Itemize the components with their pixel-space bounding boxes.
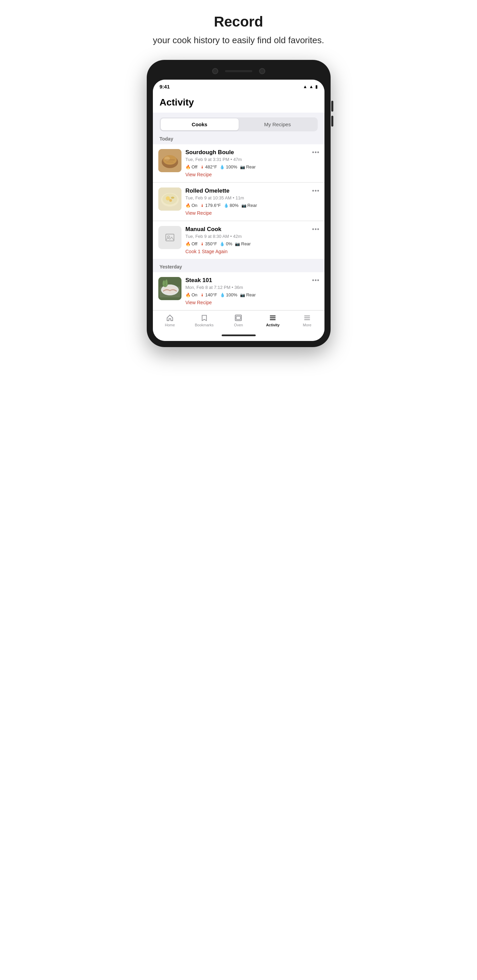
nav-item-more[interactable]: More [297,314,317,327]
front-camera-right [259,68,265,74]
stat-steam-manual: 💧 0% [220,241,232,247]
tab-switcher[interactable]: Cooks My Recipes [160,118,317,131]
more-btn-manual[interactable]: ••• [312,226,320,233]
app-header: Activity [153,92,324,113]
cook-details-manual: Manual Cook Tue, Feb 9 at 8:30 AM • 42m … [185,226,319,254]
battery-icon: ▮ [315,84,317,89]
temp-icon-sourdough: 🌡 [200,165,204,169]
home-indicator-bar [222,334,256,336]
cook-datetime-omelette: Tue, Feb 9 at 10:35 AM • 11m [185,195,319,200]
app-title: Activity [160,97,317,108]
cook-item-manual: Manual Cook Tue, Feb 9 at 8:30 AM • 42m … [153,221,324,259]
nav-item-bookmarks[interactable]: Bookmarks [194,314,214,327]
stat-flame-omelette: 🔥 On [185,203,198,208]
cook-details-steak: Steak 101 Mon, Feb 8 at 7:12 PM • 36m 🔥 … [185,277,319,305]
volume-buttons [331,101,333,127]
cook-action-sourdough[interactable]: View Recipe [185,172,319,177]
steam-icon-omelette: 💧 [224,203,229,208]
steam-icon-steak: 💧 [220,293,225,298]
svg-rect-22 [236,317,241,320]
stat-flame-sourdough: 🔥 Off [185,164,198,169]
stat-temp-omelette: 🌡 179.6°F [200,203,221,208]
svg-point-19 [163,280,165,286]
stat-temp-manual: 🌡 350°F [200,241,217,247]
phone-top-bar [153,66,324,76]
cook-name-sourdough: Sourdough Boule [185,149,319,156]
cook-action-manual[interactable]: Cook 1 Stage Again [185,249,319,254]
more-icon [303,314,311,321]
cook-item-steak: Steak 101 Mon, Feb 8 at 7:12 PM • 36m 🔥 … [153,272,324,310]
stat-flame-steak: 🔥 On [185,292,198,298]
cook-name-manual: Manual Cook [185,226,319,233]
cook-stats-omelette: 🔥 On 🌡 179.6°F 💧 80% 📷 Rear [185,203,319,208]
more-btn-sourdough[interactable]: ••• [312,149,320,156]
stat-camera-sourdough: 📷 Rear [240,164,256,169]
svg-point-9 [166,196,170,200]
cook-stats-sourdough: 🔥 Off 🌡 482°F 💧 100% 📷 Rear [185,164,319,169]
cook-item-omelette: Rolled Omelette Tue, Feb 9 at 10:35 AM •… [153,183,324,221]
oven-icon [235,314,242,321]
home-icon [166,314,174,321]
nav-item-oven[interactable]: Oven [228,314,249,327]
temp-icon-omelette: 🌡 [200,203,204,208]
cook-details-omelette: Rolled Omelette Tue, Feb 9 at 10:35 AM •… [185,188,319,216]
nav-label-more: More [303,323,311,327]
svg-point-8 [163,194,177,205]
wifi-icon: ▲ [303,84,308,89]
flame-icon-sourdough: 🔥 [185,165,191,169]
cook-thumb-sourdough [158,149,182,172]
camera-icon-omelette: 📷 [241,203,247,208]
cook-action-omelette[interactable]: View Recipe [185,210,319,216]
nav-item-home[interactable]: Home [160,314,180,327]
cook-stats-steak: 🔥 On 🌡 140°F 💧 100% 📷 Rear [185,292,319,298]
svg-point-20 [166,279,168,285]
cook-datetime-steak: Mon, Feb 8 at 7:12 PM • 36m [185,285,319,290]
flame-icon-steak: 🔥 [185,293,191,298]
flame-icon-manual: 🔥 [185,242,191,247]
nav-label-home: Home [165,323,175,327]
bottom-nav: Home Bookmarks Oven [153,310,324,330]
home-indicator-area [153,330,324,341]
flame-icon-omelette: 🔥 [185,203,191,208]
stat-steam-steak: 💧 100% [220,292,237,298]
stat-camera-manual: 📷 Rear [235,241,250,247]
status-time: 9:41 [160,84,170,89]
stat-steam-sourdough: 💧 100% [220,164,237,169]
nav-item-activity[interactable]: Activity [263,314,283,327]
phone-frame: 9:41 ▲ ▲ ▮ Activity Cooks My Recipes Tod… [147,60,330,347]
temp-icon-manual: 🌡 [200,242,204,247]
cook-datetime-manual: Tue, Feb 9 at 8:30 AM • 42m [185,234,319,239]
stat-camera-omelette: 📷 Rear [241,203,257,208]
stat-steam-omelette: 💧 80% [224,203,239,208]
activity-icon [269,314,276,321]
cook-datetime-sourdough: Tue, Feb 9 at 3:31 PM • 47m [185,157,319,162]
camera-icon-manual: 📷 [235,242,240,247]
section-header-today: Today [153,131,324,144]
cook-name-steak: Steak 101 [185,277,319,284]
svg-point-10 [169,199,172,202]
svg-rect-12 [166,234,174,241]
steam-icon-manual: 💧 [220,242,225,247]
camera-icon-sourdough: 📷 [240,165,245,169]
tab-cooks[interactable]: Cooks [161,118,239,130]
cook-action-steak[interactable]: View Recipe [185,300,319,305]
cook-thumb-manual [158,226,182,249]
stat-flame-manual: 🔥 Off [185,241,198,247]
section-header-yesterday: Yesterday [153,259,324,272]
stat-camera-steak: 📷 Rear [240,292,256,298]
camera-icon-steak: 📷 [240,293,245,298]
signal-icon: ▲ [309,84,314,89]
more-btn-omelette[interactable]: ••• [312,188,320,195]
cook-item-sourdough: Sourdough Boule Tue, Feb 9 at 3:31 PM • … [153,144,324,182]
cook-stats-manual: 🔥 Off 🌡 350°F 💧 0% 📷 Rear [185,241,319,247]
stat-temp-sourdough: 🌡 482°F [200,164,217,169]
vol-up [331,101,333,111]
vol-down [331,116,333,127]
headline-subtitle: your cook history to easily find old fav… [153,34,324,46]
speaker-bar [225,70,252,72]
status-icons: ▲ ▲ ▮ [303,84,317,89]
temp-icon-steak: 🌡 [200,293,204,298]
tab-my-recipes[interactable]: My Recipes [239,118,317,130]
more-btn-steak[interactable]: ••• [312,277,320,284]
stat-temp-steak: 🌡 140°F [200,292,217,298]
